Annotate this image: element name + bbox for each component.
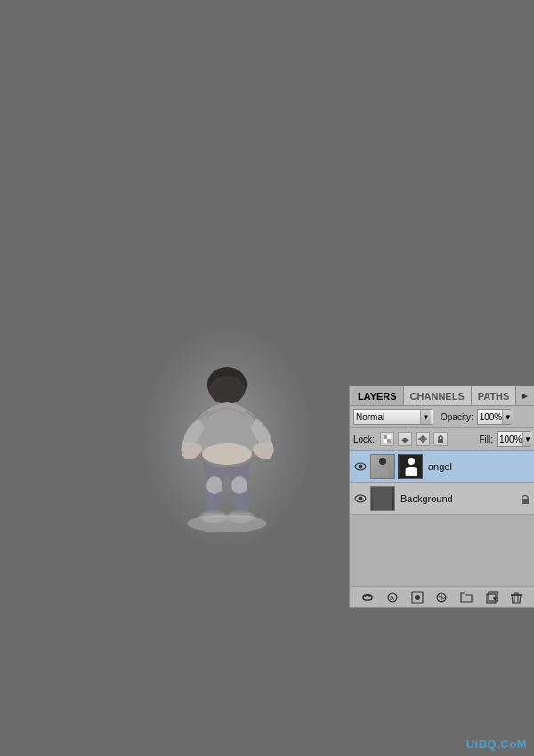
- svg-point-23: [359, 496, 363, 500]
- lock-all-button[interactable]: [433, 432, 448, 446]
- opacity-input[interactable]: 100% ▼: [477, 409, 511, 425]
- layer-name-background: Background: [400, 493, 517, 504]
- lock-image-button[interactable]: [398, 432, 412, 446]
- svg-point-29: [415, 595, 420, 600]
- layer-visibility-icon-angel[interactable]: [353, 459, 368, 474]
- link-layers-button[interactable]: [360, 589, 376, 606]
- blend-mode-select[interactable]: Normal ▼: [353, 409, 433, 425]
- lock-label: Lock:: [353, 435, 375, 444]
- new-layer-button[interactable]: [483, 589, 499, 606]
- panel-bottom-icons: fx: [350, 586, 534, 607]
- add-mask-button[interactable]: [409, 589, 425, 606]
- svg-point-2: [202, 443, 252, 465]
- tab-layers[interactable]: LAYERS: [352, 386, 404, 405]
- layers-panel: LAYERS CHANNELS PATHS ► Normal ▼ Opacity…: [349, 386, 534, 608]
- figure-glow: [145, 328, 310, 546]
- blend-mode-value: Normal: [356, 412, 384, 422]
- svg-rect-13: [387, 435, 391, 439]
- panel-tabs: LAYERS CHANNELS PATHS ►: [350, 386, 534, 406]
- svg-rect-24: [373, 487, 392, 510]
- layer-name-angel: angel: [428, 461, 530, 472]
- canvas-figure: [138, 321, 316, 552]
- lock-position-button[interactable]: [416, 432, 430, 446]
- svg-rect-25: [522, 499, 529, 504]
- svg-point-21: [408, 458, 415, 465]
- svg-rect-10: [384, 435, 387, 439]
- layer-row-angel[interactable]: angel: [350, 451, 534, 483]
- tab-channels[interactable]: CHANNELS: [404, 386, 472, 405]
- layer-effects-button[interactable]: fx: [384, 589, 400, 606]
- opacity-arrow: ▼: [502, 410, 513, 424]
- svg-point-14: [403, 439, 407, 443]
- layer-visibility-icon-background[interactable]: [353, 492, 368, 506]
- svg-point-7: [206, 476, 222, 494]
- svg-rect-12: [384, 439, 387, 443]
- delete-layer-button[interactable]: [508, 589, 524, 606]
- svg-rect-17: [438, 439, 443, 443]
- blend-mode-arrow: ▼: [420, 410, 431, 424]
- panel-menu-button[interactable]: ►: [518, 389, 532, 403]
- panel-empty-space: [350, 515, 534, 586]
- canvas-area: LAYERS CHANNELS PATHS ► Normal ▼ Opacity…: [0, 0, 534, 756]
- background-lock-icon: [520, 492, 530, 505]
- blend-opacity-row: Normal ▼ Opacity: 100% ▼: [350, 406, 534, 428]
- opacity-value: 100%: [480, 412, 503, 422]
- lock-transparent-button[interactable]: [380, 432, 394, 446]
- layer-group-button[interactable]: [458, 589, 474, 606]
- fill-value: 100%: [499, 435, 522, 444]
- svg-rect-11: [387, 439, 391, 443]
- svg-point-19: [359, 464, 363, 468]
- adjustment-layer-button[interactable]: [433, 589, 449, 606]
- svg-point-8: [231, 476, 247, 494]
- layer-row-background[interactable]: Background: [350, 483, 534, 515]
- svg-point-9: [187, 515, 267, 532]
- layer-mask-thumb-angel[interactable]: [398, 454, 423, 479]
- svg-text:fx: fx: [390, 595, 395, 601]
- fill-arrow: ▼: [522, 432, 533, 446]
- figure-svg: [158, 338, 296, 534]
- tab-paths[interactable]: PATHS: [472, 386, 517, 405]
- svg-point-20: [379, 458, 386, 465]
- layer-thumb-angel[interactable]: [370, 454, 395, 479]
- fill-label: Fill:: [479, 435, 493, 444]
- lock-fill-row: Lock: Fill: 100% ▼: [350, 428, 534, 451]
- watermark: UiBQ.CoM: [466, 737, 527, 751]
- layer-thumb-background[interactable]: [370, 486, 395, 511]
- svg-point-1: [209, 376, 245, 404]
- opacity-label: Opacity:: [441, 412, 473, 422]
- fill-input[interactable]: 100% ▼: [497, 431, 530, 447]
